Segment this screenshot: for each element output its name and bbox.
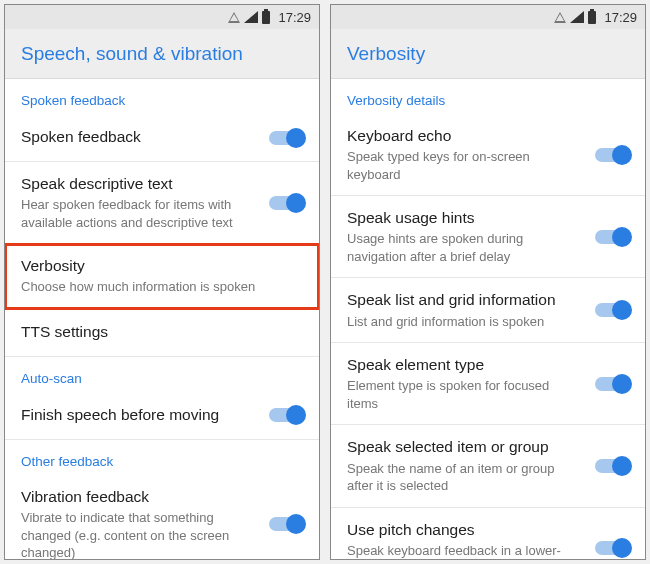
- item-title: Speak list and grid information: [347, 290, 583, 310]
- item-title: Verbosity: [21, 256, 291, 276]
- item-subtitle: Speak typed keys for on-screen keyboard: [347, 148, 583, 183]
- item-subtitle: Speak the name of an item or group after…: [347, 460, 583, 495]
- item-subtitle: Element type is spoken for focused items: [347, 377, 583, 412]
- item-spoken-feedback[interactable]: Spoken feedback: [5, 114, 319, 162]
- item-subtitle: Speak keyboard feedback in a lower-pitch…: [347, 542, 583, 559]
- app-bar: Verbosity: [331, 29, 645, 79]
- item-speak-list-grid[interactable]: Speak list and grid information List and…: [331, 278, 645, 343]
- switch-speak-list-grid[interactable]: [595, 303, 629, 317]
- switch-speak-selected-item[interactable]: [595, 459, 629, 473]
- screen-speech-sound-vibration: 17:29 Speech, sound & vibration Spoken f…: [4, 4, 320, 560]
- switch-speak-descriptive-text[interactable]: [269, 196, 303, 210]
- screen-verbosity: 17:29 Verbosity Verbosity details Keyboa…: [330, 4, 646, 560]
- status-bar: 17:29: [331, 5, 645, 29]
- settings-list[interactable]: Spoken feedback Spoken feedback Speak de…: [5, 79, 319, 559]
- app-bar: Speech, sound & vibration: [5, 29, 319, 79]
- item-tts-settings[interactable]: TTS settings: [5, 309, 319, 357]
- item-title: TTS settings: [21, 322, 291, 342]
- page-title: Speech, sound & vibration: [21, 43, 243, 65]
- item-use-pitch-changes[interactable]: Use pitch changes Speak keyboard feedbac…: [331, 508, 645, 559]
- settings-list[interactable]: Verbosity details Keyboard echo Speak ty…: [331, 79, 645, 559]
- item-keyboard-echo[interactable]: Keyboard echo Speak typed keys for on-sc…: [331, 114, 645, 196]
- item-speak-usage-hints[interactable]: Speak usage hints Usage hints are spoken…: [331, 196, 645, 278]
- battery-icon: [588, 11, 596, 24]
- item-verbosity[interactable]: Verbosity Choose how much information is…: [5, 244, 319, 309]
- item-title: Spoken feedback: [21, 127, 257, 147]
- item-finish-speech[interactable]: Finish speech before moving: [5, 392, 319, 440]
- item-subtitle: List and grid information is spoken: [347, 313, 583, 331]
- item-title: Vibration feedback: [21, 487, 257, 507]
- item-speak-element-type[interactable]: Speak element type Element type is spoke…: [331, 343, 645, 425]
- item-speak-descriptive-text[interactable]: Speak descriptive text Hear spoken feedb…: [5, 162, 319, 244]
- switch-keyboard-echo[interactable]: [595, 148, 629, 162]
- item-title: Use pitch changes: [347, 520, 583, 540]
- wifi-icon: [228, 12, 240, 23]
- item-subtitle: Choose how much information is spoken: [21, 278, 291, 296]
- item-title: Keyboard echo: [347, 126, 583, 146]
- item-title: Speak element type: [347, 355, 583, 375]
- section-spoken-feedback: Spoken feedback: [5, 79, 319, 114]
- item-subtitle: Vibrate to indicate that something chang…: [21, 509, 257, 559]
- item-speak-selected-item[interactable]: Speak selected item or group Speak the n…: [331, 425, 645, 507]
- item-title: Speak usage hints: [347, 208, 583, 228]
- switch-speak-usage-hints[interactable]: [595, 230, 629, 244]
- switch-use-pitch-changes[interactable]: [595, 541, 629, 555]
- status-time: 17:29: [604, 10, 637, 25]
- item-vibration-feedback[interactable]: Vibration feedback Vibrate to indicate t…: [5, 475, 319, 559]
- battery-icon: [262, 11, 270, 24]
- item-subtitle: Usage hints are spoken during navigation…: [347, 230, 583, 265]
- switch-spoken-feedback[interactable]: [269, 131, 303, 145]
- page-title: Verbosity: [347, 43, 425, 65]
- item-title: Finish speech before moving: [21, 405, 257, 425]
- wifi-icon: [554, 12, 566, 23]
- section-verbosity-details: Verbosity details: [331, 79, 645, 114]
- status-time: 17:29: [278, 10, 311, 25]
- item-title: Speak descriptive text: [21, 174, 257, 194]
- item-title: Speak selected item or group: [347, 437, 583, 457]
- status-bar: 17:29: [5, 5, 319, 29]
- section-other-feedback: Other feedback: [5, 440, 319, 475]
- switch-finish-speech[interactable]: [269, 408, 303, 422]
- switch-vibration-feedback[interactable]: [269, 517, 303, 531]
- signal-icon: [244, 11, 258, 23]
- item-subtitle: Hear spoken feedback for items with avai…: [21, 196, 257, 231]
- switch-speak-element-type[interactable]: [595, 377, 629, 391]
- signal-icon: [570, 11, 584, 23]
- section-auto-scan: Auto-scan: [5, 357, 319, 392]
